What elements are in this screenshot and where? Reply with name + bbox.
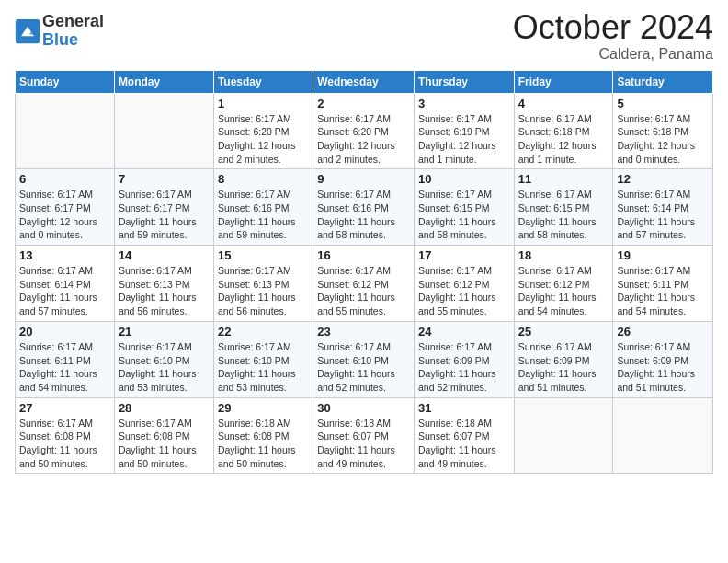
day-number: 25 — [518, 325, 609, 339]
table-row — [514, 397, 613, 474]
day-number: 11 — [518, 172, 609, 186]
table-row: 30Sunrise: 6:18 AMSunset: 6:07 PMDayligh… — [313, 397, 415, 474]
day-info: Sunrise: 6:17 AMSunset: 6:15 PMDaylight:… — [418, 188, 510, 242]
table-row: 3Sunrise: 6:17 AMSunset: 6:19 PMDaylight… — [414, 93, 514, 169]
table-row: 29Sunrise: 6:18 AMSunset: 6:08 PMDayligh… — [213, 397, 313, 474]
day-info: Sunrise: 6:17 AMSunset: 6:09 PMDaylight:… — [518, 340, 609, 395]
month-title: October 2024 — [513, 9, 713, 46]
day-info: Sunrise: 6:17 AMSunset: 6:10 PMDaylight:… — [218, 340, 309, 395]
table-row: 15Sunrise: 6:17 AMSunset: 6:13 PMDayligh… — [213, 246, 313, 322]
day-number: 14 — [119, 248, 210, 262]
weekday-header-row: Sunday Monday Tuesday Wednesday Thursday… — [16, 70, 713, 93]
day-number: 28 — [119, 401, 210, 415]
week-row-3: 13Sunrise: 6:17 AMSunset: 6:14 PMDayligh… — [16, 246, 713, 322]
table-row: 9Sunrise: 6:17 AMSunset: 6:16 PMDaylight… — [313, 169, 415, 246]
table-row: 11Sunrise: 6:17 AMSunset: 6:15 PMDayligh… — [514, 169, 613, 246]
table-row: 19Sunrise: 6:17 AMSunset: 6:11 PMDayligh… — [613, 246, 713, 322]
table-row: 4Sunrise: 6:17 AMSunset: 6:18 PMDaylight… — [514, 93, 613, 169]
table-row: 26Sunrise: 6:17 AMSunset: 6:09 PMDayligh… — [613, 321, 713, 397]
day-info: Sunrise: 6:17 AMSunset: 6:13 PMDaylight:… — [218, 264, 309, 318]
logo-blue-text: Blue — [42, 31, 104, 50]
table-row: 18Sunrise: 6:17 AMSunset: 6:12 PMDayligh… — [514, 246, 613, 322]
header-sunday: Sunday — [16, 70, 115, 93]
week-row-1: 1Sunrise: 6:17 AMSunset: 6:20 PMDaylight… — [16, 93, 713, 169]
day-number: 20 — [19, 325, 110, 339]
day-number: 19 — [617, 248, 709, 262]
table-row: 31Sunrise: 6:18 AMSunset: 6:07 PMDayligh… — [414, 397, 514, 474]
table-row: 10Sunrise: 6:17 AMSunset: 6:15 PMDayligh… — [414, 169, 514, 246]
table-row: 8Sunrise: 6:17 AMSunset: 6:16 PMDaylight… — [213, 169, 313, 246]
day-info: Sunrise: 6:17 AMSunset: 6:20 PMDaylight:… — [317, 112, 410, 167]
table-row: 27Sunrise: 6:17 AMSunset: 6:08 PMDayligh… — [16, 397, 115, 474]
day-info: Sunrise: 6:17 AMSunset: 6:08 PMDaylight:… — [119, 417, 210, 471]
day-info: Sunrise: 6:18 AMSunset: 6:08 PMDaylight:… — [218, 417, 309, 471]
day-info: Sunrise: 6:18 AMSunset: 6:07 PMDaylight:… — [418, 417, 510, 471]
header-wednesday: Wednesday — [313, 70, 415, 93]
day-info: Sunrise: 6:17 AMSunset: 6:19 PMDaylight:… — [418, 112, 510, 167]
day-info: Sunrise: 6:17 AMSunset: 6:10 PMDaylight:… — [119, 340, 210, 395]
day-info: Sunrise: 6:17 AMSunset: 6:14 PMDaylight:… — [617, 188, 709, 242]
day-info: Sunrise: 6:17 AMSunset: 6:15 PMDaylight:… — [518, 188, 609, 242]
day-number: 26 — [617, 325, 709, 339]
day-info: Sunrise: 6:17 AMSunset: 6:16 PMDaylight:… — [317, 188, 410, 242]
day-number: 31 — [418, 401, 510, 415]
day-number: 16 — [317, 248, 410, 262]
day-number: 27 — [19, 401, 110, 415]
table-row: 6Sunrise: 6:17 AMSunset: 6:17 PMDaylight… — [16, 169, 115, 246]
day-info: Sunrise: 6:17 AMSunset: 6:12 PMDaylight:… — [518, 264, 609, 318]
day-info: Sunrise: 6:17 AMSunset: 6:18 PMDaylight:… — [617, 112, 709, 167]
week-row-2: 6Sunrise: 6:17 AMSunset: 6:17 PMDaylight… — [16, 169, 713, 246]
day-number: 21 — [119, 325, 210, 339]
table-row: 28Sunrise: 6:17 AMSunset: 6:08 PMDayligh… — [114, 397, 213, 474]
day-number: 29 — [218, 401, 309, 415]
day-info: Sunrise: 6:17 AMSunset: 6:18 PMDaylight:… — [518, 112, 609, 167]
day-number: 3 — [418, 97, 510, 110]
day-info: Sunrise: 6:17 AMSunset: 6:14 PMDaylight:… — [19, 264, 110, 318]
header-monday: Monday — [114, 70, 213, 93]
table-row — [613, 397, 713, 474]
day-info: Sunrise: 6:17 AMSunset: 6:17 PMDaylight:… — [19, 188, 110, 242]
table-row: 12Sunrise: 6:17 AMSunset: 6:14 PMDayligh… — [613, 169, 713, 246]
calendar-table: Sunday Monday Tuesday Wednesday Thursday… — [15, 70, 713, 475]
title-block: October 2024 Caldera, Panama — [513, 9, 713, 63]
table-row: 23Sunrise: 6:17 AMSunset: 6:10 PMDayligh… — [313, 321, 415, 397]
table-row: 22Sunrise: 6:17 AMSunset: 6:10 PMDayligh… — [213, 321, 313, 397]
header-saturday: Saturday — [613, 70, 713, 93]
location: Caldera, Panama — [513, 46, 713, 63]
day-info: Sunrise: 6:17 AMSunset: 6:16 PMDaylight:… — [218, 188, 309, 242]
week-row-4: 20Sunrise: 6:17 AMSunset: 6:11 PMDayligh… — [16, 321, 713, 397]
table-row: 21Sunrise: 6:17 AMSunset: 6:10 PMDayligh… — [114, 321, 213, 397]
day-info: Sunrise: 6:18 AMSunset: 6:07 PMDaylight:… — [317, 417, 410, 471]
day-info: Sunrise: 6:17 AMSunset: 6:08 PMDaylight:… — [19, 417, 110, 471]
day-info: Sunrise: 6:17 AMSunset: 6:10 PMDaylight:… — [317, 340, 410, 395]
table-row: 1Sunrise: 6:17 AMSunset: 6:20 PMDaylight… — [213, 93, 313, 169]
table-row — [16, 93, 115, 169]
day-number: 5 — [617, 97, 709, 110]
day-number: 23 — [317, 325, 410, 339]
table-row: 17Sunrise: 6:17 AMSunset: 6:12 PMDayligh… — [414, 246, 514, 322]
day-info: Sunrise: 6:17 AMSunset: 6:12 PMDaylight:… — [317, 264, 410, 318]
table-row: 24Sunrise: 6:17 AMSunset: 6:09 PMDayligh… — [414, 321, 514, 397]
day-info: Sunrise: 6:17 AMSunset: 6:11 PMDaylight:… — [617, 264, 709, 318]
day-number: 13 — [19, 248, 110, 262]
day-number: 1 — [218, 97, 309, 110]
day-number: 4 — [518, 97, 609, 110]
day-info: Sunrise: 6:17 AMSunset: 6:09 PMDaylight:… — [418, 340, 510, 395]
table-row: 7Sunrise: 6:17 AMSunset: 6:17 PMDaylight… — [114, 169, 213, 246]
day-number: 17 — [418, 248, 510, 262]
day-number: 12 — [617, 172, 709, 186]
day-number: 22 — [218, 325, 309, 339]
day-number: 9 — [317, 172, 410, 186]
day-info: Sunrise: 6:17 AMSunset: 6:17 PMDaylight:… — [119, 188, 210, 242]
header-thursday: Thursday — [414, 70, 514, 93]
day-number: 6 — [19, 172, 110, 186]
logo-general-text: General — [42, 13, 104, 31]
day-number: 7 — [119, 172, 210, 186]
table-row — [114, 93, 213, 169]
table-row: 13Sunrise: 6:17 AMSunset: 6:14 PMDayligh… — [16, 246, 115, 322]
day-number: 15 — [218, 248, 309, 262]
day-number: 24 — [418, 325, 510, 339]
table-row: 2Sunrise: 6:17 AMSunset: 6:20 PMDaylight… — [313, 93, 415, 169]
day-info: Sunrise: 6:17 AMSunset: 6:12 PMDaylight:… — [418, 264, 510, 318]
header-friday: Friday — [514, 70, 613, 93]
